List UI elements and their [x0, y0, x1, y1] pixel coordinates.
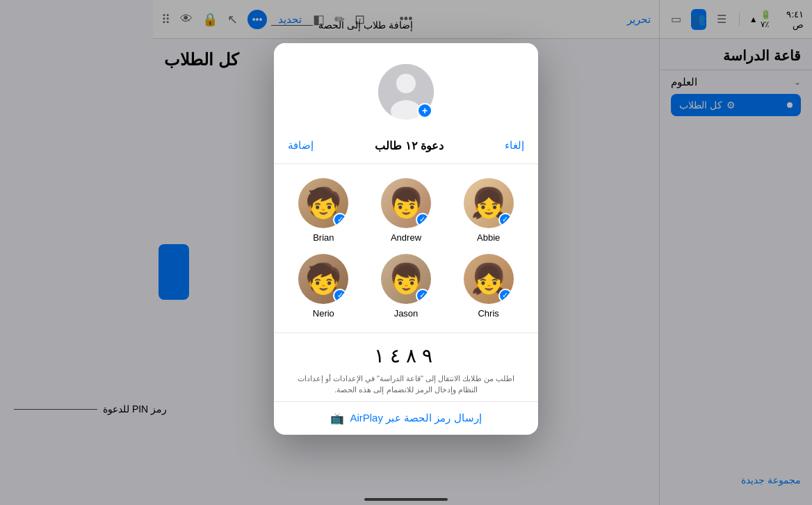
check-brian: ✓: [333, 213, 347, 227]
callout-add-text: إضافة طلاب إلى الحصة: [318, 19, 413, 31]
students-grid: 🧒 ✓ Brian 👦 ✓ Andrew 👧: [274, 164, 538, 332]
modal-avatar-section: +: [274, 43, 538, 134]
student-item[interactable]: 🧒 ✓ Nerio: [288, 254, 359, 319]
student-avatar-chris: 👧 ✓: [464, 254, 514, 304]
student-name-brian: Brian: [313, 232, 334, 243]
add-plus-icon: +: [417, 103, 432, 118]
modal-title: دعوة ١٢ طالب: [375, 139, 444, 152]
cancel-button[interactable]: إلغاء: [505, 139, 524, 152]
student-avatar-abbie: 👧 ✓: [464, 178, 514, 228]
student-avatar-andrew: 👦 ✓: [381, 178, 431, 228]
student-name-jason: Jason: [394, 308, 419, 319]
student-avatar-jason: 👦 ✓: [381, 254, 431, 304]
app-container: ٩:٤١ ص ▲ 🔋 ٧٪ ☰ 👥 ▭ قاعة الدراسة ⌄ الع: [0, 0, 812, 505]
student-name-andrew: Andrew: [391, 232, 421, 243]
pin-section: ١٤٨٩ اطلب من طلابك الانتقال إلى "قاعة ال…: [274, 332, 538, 401]
student-item[interactable]: 👧 ✓ Abbie: [453, 178, 524, 243]
student-avatar-nerio: 🧒 ✓: [298, 254, 348, 304]
callout-line-2: [14, 409, 97, 410]
invite-modal: + إلغاء دعوة ١٢ طالب إضافة 🧒 ✓ Brian: [274, 43, 538, 435]
check-nerio: ✓: [333, 289, 347, 303]
airplay-button[interactable]: إرسال رمز الحصة عبر AirPlay 📺: [274, 401, 538, 435]
add-button[interactable]: إضافة: [288, 139, 314, 152]
add-student-avatar: +: [378, 64, 434, 120]
student-name-abbie: Abbie: [477, 232, 500, 243]
student-item[interactable]: 👧 ✓ Chris: [453, 254, 524, 319]
airplay-label: إرسال رمز الحصة عبر AirPlay: [350, 412, 481, 424]
check-abbie: ✓: [498, 213, 512, 227]
pin-description: اطلب من طلابك الانتقال إلى "قاعة الدراسة…: [288, 373, 524, 396]
svg-point-1: [396, 74, 416, 93]
modal-overlay: + إلغاء دعوة ١٢ طالب إضافة 🧒 ✓ Brian: [0, 0, 812, 505]
pin-number: ١٤٨٩: [288, 344, 524, 367]
student-name-chris: Chris: [478, 308, 498, 319]
callout-pin-text: رمز PIN للدعوة: [103, 403, 167, 415]
check-chris: ✓: [498, 289, 512, 303]
student-avatar-brian: 🧒 ✓: [298, 178, 348, 228]
student-item[interactable]: 🧒 ✓ Brian: [288, 178, 359, 243]
student-item[interactable]: 👦 ✓ Andrew: [371, 178, 442, 243]
airplay-icon: 📺: [330, 412, 344, 425]
home-indicator: [364, 498, 448, 501]
check-andrew: ✓: [416, 213, 430, 227]
callout-pin: رمز PIN للدعوة: [14, 403, 167, 415]
student-item[interactable]: 👦 ✓ Jason: [371, 254, 442, 319]
student-name-nerio: Nerio: [313, 308, 334, 319]
callout-add-students: إضافة طلاب إلى الحصة: [271, 19, 413, 31]
check-jason: ✓: [416, 289, 430, 303]
callout-line-1: [271, 25, 313, 26]
modal-header-row: إلغاء دعوة ١٢ طالب إضافة: [274, 134, 538, 164]
